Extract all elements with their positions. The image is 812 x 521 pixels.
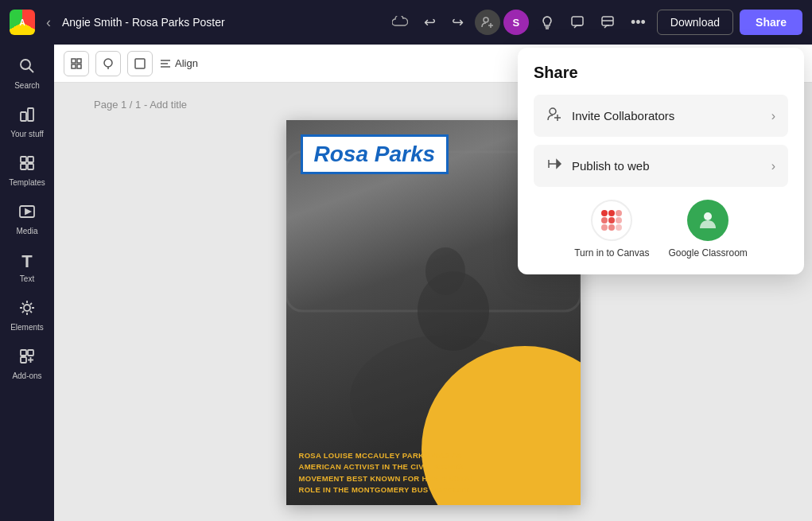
text-label: Text [20,274,34,283]
svg-rect-10 [21,112,26,121]
invite-left: Invite Collaborators [546,106,674,126]
sidebar-item-text[interactable]: T Text [3,245,51,290]
share-panel: Share Invite Collaborators › [518,48,804,274]
redo-button[interactable]: ↪ [447,9,468,36]
user-avatar[interactable]: S [503,10,529,35]
more-options-button[interactable]: ••• [626,10,651,36]
lightbulb-button[interactable] [535,10,559,34]
canvas-icon [591,200,632,241]
add-ons-label: Add-ons [12,371,41,380]
svg-point-49 [601,224,608,231]
poster-title: Rosa Parks [314,142,436,166]
svg-rect-20 [28,350,33,356]
svg-rect-11 [28,108,33,121]
svg-point-50 [608,224,615,231]
canvas-label: Turn in to Canvas [574,247,649,259]
svg-rect-25 [77,59,81,63]
share-history-button[interactable] [596,10,620,34]
color-tool[interactable] [95,51,121,76]
svg-point-43 [601,210,608,216]
invite-label: Invite Collaborators [572,109,674,122]
svg-point-52 [704,212,712,220]
svg-point-46 [601,217,608,224]
svg-rect-21 [21,357,26,363]
svg-point-51 [616,224,622,231]
invite-collaborators-option[interactable]: Invite Collaborators › [534,95,788,137]
templates-icon [18,154,36,176]
sidebar-item-search[interactable]: Search [3,51,51,96]
svg-rect-14 [21,164,26,169]
svg-marker-17 [25,209,30,214]
svg-point-47 [608,217,615,224]
text-icon: T [21,251,32,272]
topbar: A ‹ Angie Smith - Rosa Parks Poster ↩ ↪ … [0,0,812,45]
svg-point-0 [484,17,488,22]
page-label: Page 1 / 1 - Add title [94,99,187,111]
share-title: Share [534,64,788,82]
svg-rect-12 [21,157,26,162]
publish-icon [546,156,562,176]
poster-bio: ROSA LOUISE MCCAULEY PARKS WAS AN AMERIC… [299,450,475,496]
sidebar-item-elements[interactable]: Elements [3,293,51,338]
sidebar: Search Your stuff Templates [0,45,54,521]
svg-marker-41 [557,160,561,168]
poster-title-box: Rosa Parks [301,134,449,174]
avatar-group: S [475,10,529,35]
svg-point-48 [616,217,622,224]
sidebar-item-your-stuff[interactable]: Your stuff [3,99,51,145]
your-stuff-icon [18,106,36,127]
google-classroom-icon [687,200,728,241]
svg-point-36 [425,247,465,295]
sidebar-item-add-ons[interactable]: Add-ons [3,341,51,387]
app-body: Search Your stuff Templates [0,45,812,521]
add-collaborator-button[interactable] [475,10,500,35]
sidebar-item-media[interactable]: Media [3,196,51,242]
svg-rect-26 [72,64,76,68]
publish-left: Publish to web [546,156,650,176]
svg-point-45 [616,210,622,216]
sidebar-item-templates[interactable]: Templates [3,148,51,193]
google-classroom-label: Google Classroom [668,247,747,259]
svg-point-8 [21,60,30,69]
align-label: Align [175,57,198,69]
media-label: Media [16,227,37,235]
templates-label: Templates [9,178,45,187]
svg-rect-27 [77,64,81,68]
svg-rect-29 [135,59,145,68]
topbar-actions: ↩ ↪ S [419,9,802,36]
svg-rect-19 [21,350,26,356]
share-button[interactable]: Share [740,10,802,35]
svg-point-44 [608,210,615,216]
download-button[interactable]: Download [657,10,733,35]
your-stuff-label: Your stuff [10,130,44,138]
back-button[interactable]: ‹ [41,11,56,34]
poster-text-overlay: ROSA LOUISE MCCAULEY PARKS WAS AN AMERIC… [286,402,581,505]
publish-label: Publish to web [572,159,650,173]
cloud-icon [387,11,413,33]
comment-button[interactable] [565,10,589,34]
canvas-integration[interactable]: Turn in to Canvas [574,200,649,259]
crop-tool[interactable] [127,51,153,76]
google-classroom-integration[interactable]: Google Classroom [668,200,747,259]
search-label: Search [14,81,40,90]
align-tool[interactable]: Align [159,57,198,70]
svg-point-28 [104,59,112,67]
elements-icon [18,299,36,321]
undo-button[interactable]: ↩ [419,9,441,36]
page-action[interactable]: - Add title [144,99,187,111]
svg-rect-5 [572,17,583,25]
svg-point-18 [24,305,30,311]
add-ons-icon [18,348,36,369]
media-icon [18,203,36,224]
invite-icon [546,106,562,126]
svg-rect-13 [28,157,33,162]
svg-rect-15 [28,164,33,169]
svg-line-9 [29,68,34,73]
document-title: Angie Smith - Rosa Parks Poster [62,16,381,29]
svg-point-37 [550,108,556,115]
svg-rect-24 [72,59,76,63]
publish-to-web-option[interactable]: Publish to web › [534,145,788,187]
search-icon [18,57,36,79]
app-logo[interactable]: A [10,10,35,35]
position-tool[interactable] [64,51,89,76]
